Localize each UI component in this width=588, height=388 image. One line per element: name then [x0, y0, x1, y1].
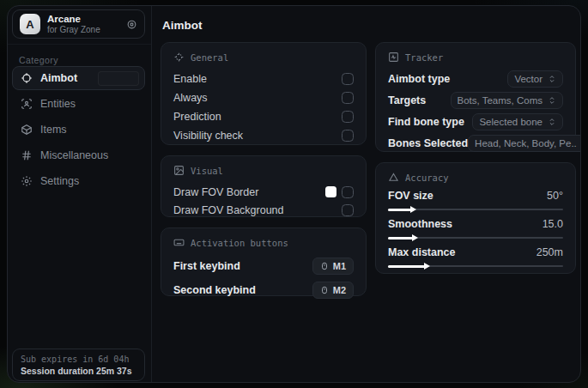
sub-expires-text: Sub expires in 6d 04h [21, 355, 136, 364]
setting-label: Enable [173, 73, 207, 85]
setting-row-draw-fov-background: Draw FOV Background [173, 201, 354, 219]
setting-label: Find bone type [388, 116, 464, 128]
brand-subtitle: for Gray Zone [47, 25, 100, 35]
status-ring-icon[interactable] [126, 19, 137, 30]
setting-row-first-keybind: First keybind M1 [173, 255, 354, 277]
keyboard-icon [173, 237, 185, 248]
slider-value: 15.0 [543, 218, 563, 230]
keybind-value: M2 [333, 285, 346, 295]
setting-label: Aimbot type [388, 73, 450, 85]
gear-icon [21, 175, 33, 187]
sidebar-item-label: Miscellaneous [40, 149, 108, 161]
visibility-check-checkbox[interactable] [342, 130, 354, 142]
setting-row-second-keybind: Second keybind M2 [173, 279, 354, 301]
visual-card: Visual Draw FOV Border Draw FOV Backgrou… [161, 155, 367, 217]
setting-row-targets: Targets Bots, Teams, Coms [388, 91, 563, 110]
section-title: Tracker [405, 52, 443, 63]
always-checkbox[interactable] [342, 92, 354, 104]
slider-fill [388, 209, 411, 211]
setting-label: Prediction [173, 111, 221, 123]
slider-value: 250m [536, 246, 563, 258]
main-panel: Aimbot General Enable Always [152, 6, 580, 382]
first-keybind-button[interactable]: M1 [312, 258, 354, 275]
setting-label: Draw FOV Border [173, 186, 258, 198]
setting-label: Smoothness [388, 218, 452, 230]
slider-group-max-distance: Max distance 250m [388, 246, 563, 267]
slider-value: 50° [547, 190, 563, 202]
second-keybind-button[interactable]: M2 [312, 282, 354, 299]
setting-row-find-bone-type: Find bone type Selected bone [388, 112, 563, 131]
cheat-menu-window: A Arcane for Gray Zone Category [7, 5, 581, 383]
image-icon [173, 165, 185, 176]
setting-row-enable: Enable [173, 70, 354, 88]
entity-scan-icon [21, 98, 33, 110]
crosshair-icon [21, 72, 33, 84]
chevrons-up-down-icon [548, 96, 556, 105]
sidebar-nav: Aimbot Entities [12, 66, 145, 195]
slider-group-fov-size: FOV size 50° [388, 190, 563, 210]
slider-fill [388, 265, 425, 268]
slider-group-smoothness: Smoothness 15.0 [388, 218, 563, 239]
sidebar-item-label: Items [40, 124, 67, 136]
setting-row-draw-fov-border: Draw FOV Border [173, 183, 354, 201]
sidebar: A Arcane for Gray Zone Category [8, 6, 152, 382]
mouse-icon [320, 261, 329, 271]
game-background: A Arcane for Gray Zone Category [0, 0, 588, 388]
activity-icon [388, 52, 399, 63]
section-title: Accuracy [405, 173, 449, 183]
sidebar-item-items[interactable]: Items [12, 118, 145, 142]
enable-checkbox[interactable] [342, 73, 354, 85]
setting-label: Always [173, 92, 208, 104]
session-duration-text: Session duration 25m 37s [21, 366, 136, 376]
section-title: General [191, 52, 228, 63]
page-title: Aimbot [162, 19, 203, 32]
setting-label: Max distance [388, 246, 456, 258]
dropdown-value: Bots, Teams, Coms [458, 95, 543, 106]
targets-dropdown[interactable]: Bots, Teams, Coms [451, 92, 564, 109]
setting-label: Targets [388, 94, 426, 106]
chevrons-up-down-icon [548, 118, 556, 126]
sidebar-item-label: Settings [40, 175, 79, 187]
draw-fov-border-checkbox[interactable] [342, 186, 354, 198]
section-title: Activation buttons [191, 238, 288, 248]
setting-label: Draw FOV Background [173, 204, 284, 216]
general-card: General Enable Always Prediction Visibil… [161, 42, 367, 145]
setting-label: Bones Selected [388, 137, 468, 149]
setting-label: First keybind [173, 260, 240, 272]
tracker-card: Tracker Aimbot type Vector Targets [375, 42, 576, 152]
brand-name: Arcane [47, 14, 100, 25]
bones-selected-dropdown[interactable]: Head, Neck, Body, Pe.. [468, 135, 581, 152]
package-icon [21, 124, 33, 136]
setting-row-bones-selected: Bones Selected Head, Neck, Body, Pe.. [388, 134, 563, 153]
accuracy-card: Accuracy FOV size 50° Smoothness 15.0 [375, 162, 576, 274]
slider-fill [388, 237, 413, 239]
brand-card: A Arcane for Gray Zone [12, 9, 145, 39]
activation-buttons-card: Activation buttons First keybind M1 S [161, 227, 367, 296]
setting-row-visibility-check: Visibility check [173, 126, 354, 145]
hash-icon [21, 149, 33, 161]
aimbot-type-dropdown[interactable]: Vector [507, 70, 563, 88]
find-bone-type-dropdown[interactable]: Selected bone [472, 113, 563, 130]
keybind-value: M1 [333, 261, 346, 271]
sidebar-item-settings[interactable]: Settings [12, 169, 145, 193]
sidebar-item-aimbot[interactable]: Aimbot [12, 66, 145, 90]
ghost-watermark [98, 71, 139, 86]
setting-row-aimbot-type: Aimbot type Vector [388, 70, 563, 88]
fov-border-color-swatch[interactable] [325, 186, 336, 197]
category-label: Category [19, 55, 58, 65]
draw-fov-background-checkbox[interactable] [342, 204, 354, 216]
dropdown-value: Selected bone [479, 117, 543, 127]
max-distance-slider[interactable] [388, 265, 563, 267]
sidebar-item-miscellaneous[interactable]: Miscellaneous [12, 143, 145, 167]
chevrons-up-down-icon [548, 75, 556, 83]
crosshair-dotted-icon [173, 52, 185, 63]
section-title: Visual [191, 166, 223, 176]
sidebar-divider [8, 44, 151, 45]
smoothness-slider[interactable] [388, 237, 563, 239]
dropdown-value: Vector [514, 74, 543, 84]
sidebar-item-entities[interactable]: Entities [12, 92, 145, 116]
prediction-checkbox[interactable] [342, 111, 354, 123]
setting-row-prediction: Prediction [173, 107, 354, 126]
dropdown-value: Head, Neck, Body, Pe.. [475, 138, 577, 149]
fov-size-slider[interactable] [388, 209, 563, 210]
